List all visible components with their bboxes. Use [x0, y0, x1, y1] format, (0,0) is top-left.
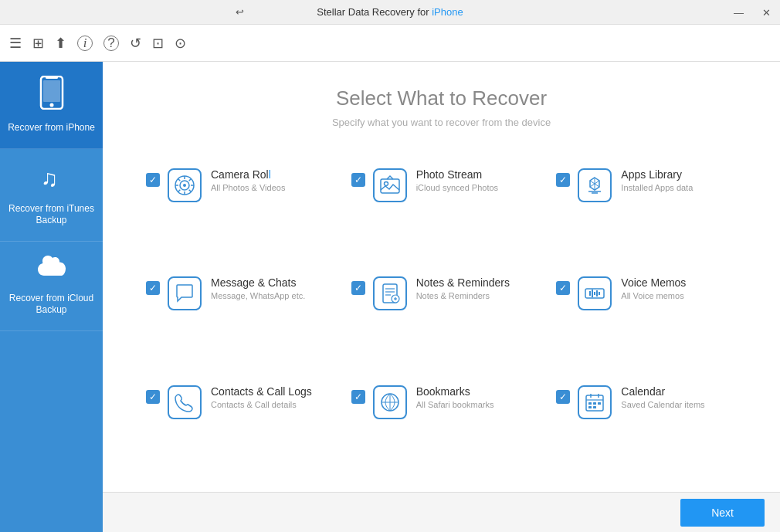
title-bar: ↩ Stellar Data Recovery for iPhone — ✕: [0, 0, 780, 25]
svg-rect-44: [593, 402, 596, 405]
footer: Next: [103, 492, 780, 532]
svg-rect-16: [381, 179, 399, 193]
option-calendar-text: Calendar Saved Calendar items: [621, 385, 704, 409]
option-message-chats-text: Message & Chats Message, WhatsApp etc.: [211, 276, 305, 300]
options-grid: Camera Roll All Photos & Videos Photo S: [103, 144, 780, 492]
refresh-icon[interactable]: ↺: [130, 35, 141, 52]
svg-line-14: [189, 179, 192, 181]
notes-reminders-icon: [373, 276, 407, 310]
option-calendar[interactable]: Calendar Saved Calendar items: [544, 368, 749, 476]
calendar-icon: [578, 385, 612, 419]
option-message-chats-title: Message & Chats: [211, 276, 305, 289]
phone-icon: [38, 76, 66, 116]
svg-line-13: [189, 190, 192, 192]
option-notes-reminders-text: Notes & Reminders Notes & Reminders: [416, 276, 510, 300]
help-icon[interactable]: ?: [103, 36, 119, 51]
sidebar-item-recover-icloud[interactable]: Recover from iCloud Backup: [0, 242, 103, 331]
option-photo-stream-title: Photo Stream: [416, 168, 498, 181]
option-bookmarks-title: Bookmarks: [416, 385, 494, 398]
option-voice-memos-subtitle: All Voice memos: [621, 291, 686, 300]
option-notes-reminders[interactable]: Notes & Reminders Notes & Reminders: [339, 259, 544, 368]
cart-icon[interactable]: ⊡: [152, 35, 164, 52]
title-bar-text: Stellar Data Recovery for iPhone: [317, 6, 463, 18]
option-calendar-subtitle: Saved Calendar items: [621, 400, 704, 409]
option-apps-library-title: Apps Library: [621, 168, 693, 181]
svg-rect-1: [46, 76, 58, 79]
svg-rect-46: [588, 406, 592, 408]
option-contacts-call-logs[interactable]: Contacts & Call Logs Contacts & Call det…: [134, 368, 339, 476]
svg-line-12: [178, 179, 181, 181]
svg-text:♫: ♫: [41, 165, 59, 191]
checkbox-notes-reminders[interactable]: [351, 281, 365, 295]
checkbox-voice-memos[interactable]: [556, 281, 570, 295]
svg-point-17: [384, 182, 388, 186]
option-calendar-title: Calendar: [621, 385, 704, 398]
sidebar-item-recover-itunes-label: Recover from iTunes Backup: [6, 203, 97, 227]
option-voice-memos-title: Voice Memos: [621, 276, 686, 289]
music-icon: ♫: [38, 163, 66, 197]
sidebar-item-recover-itunes[interactable]: ♫ Recover from iTunes Backup: [0, 149, 103, 242]
sidebar-item-recover-iphone[interactable]: Recover from iPhone: [0, 62, 103, 149]
option-photo-stream-text: Photo Stream iCloud synced Photos: [416, 168, 498, 192]
option-camera-roll-title: Camera Roll: [211, 168, 285, 181]
sidebar-item-recover-iphone-label: Recover from iPhone: [8, 122, 95, 134]
minimize-button[interactable]: —: [731, 7, 747, 19]
svg-rect-47: [593, 406, 596, 408]
page-title: Select What to Recover: [118, 86, 765, 110]
option-apps-library[interactable]: Apps Library Installed Apps data: [544, 151, 749, 259]
share-icon[interactable]: ⬆: [55, 35, 66, 52]
option-voice-memos[interactable]: Voice Memos All Voice memos: [544, 259, 749, 368]
checkbox-contacts-call-logs[interactable]: [146, 390, 160, 404]
option-bookmarks-subtitle: All Safari bookmarks: [416, 400, 494, 409]
cloud-icon: [35, 256, 69, 286]
sidebar: Recover from iPhone ♫ Recover from iTune…: [0, 62, 103, 532]
option-message-chats-subtitle: Message, WhatsApp etc.: [211, 291, 305, 300]
bookmarks-icon: [373, 385, 407, 419]
option-bookmarks[interactable]: Bookmarks All Safari bookmarks: [339, 368, 544, 476]
content-area: Select What to Recover Specify what you …: [103, 62, 780, 532]
main-layout: Recover from iPhone ♫ Recover from iTune…: [0, 62, 780, 532]
info-icon[interactable]: i: [77, 36, 93, 51]
option-notes-reminders-subtitle: Notes & Reminders: [416, 291, 510, 300]
svg-rect-43: [588, 402, 592, 405]
message-chats-icon: [168, 276, 202, 310]
option-contacts-call-logs-subtitle: Contacts & Call details: [211, 400, 312, 409]
menu-icon[interactable]: ☰: [9, 35, 22, 52]
option-voice-memos-text: Voice Memos All Voice memos: [621, 276, 686, 300]
option-camera-roll-text: Camera Roll All Photos & Videos: [211, 168, 285, 192]
checkbox-camera-roll[interactable]: [146, 173, 160, 187]
option-contacts-call-logs-title: Contacts & Call Logs: [211, 385, 312, 398]
title-highlight: iPhone: [432, 6, 463, 18]
option-camera-roll-subtitle: All Photos & Videos: [211, 183, 285, 192]
svg-point-2: [49, 103, 53, 107]
back-icon: ↩: [236, 6, 244, 18]
option-notes-reminders-title: Notes & Reminders: [416, 276, 510, 289]
option-bookmarks-text: Bookmarks All Safari bookmarks: [416, 385, 494, 409]
title-bar-controls: — ✕: [731, 0, 774, 25]
page-subtitle: Specify what you want to recover from th…: [118, 117, 765, 128]
content-header: Select What to Recover Specify what you …: [103, 62, 780, 144]
option-camera-roll[interactable]: Camera Roll All Photos & Videos: [134, 151, 339, 259]
svg-rect-45: [598, 402, 601, 405]
checkbox-photo-stream[interactable]: [351, 173, 365, 187]
bookmark-icon[interactable]: ⊞: [32, 35, 44, 52]
option-apps-library-subtitle: Installed Apps data: [621, 183, 693, 192]
checkbox-calendar[interactable]: [556, 390, 570, 404]
checkbox-bookmarks[interactable]: [351, 390, 365, 404]
svg-rect-3: [43, 80, 60, 102]
sidebar-item-recover-icloud-label: Recover from iCloud Backup: [6, 293, 97, 317]
close-button[interactable]: ✕: [759, 7, 774, 19]
option-message-chats[interactable]: Message & Chats Message, WhatsApp etc.: [134, 259, 339, 368]
checkbox-apps-library[interactable]: [556, 173, 570, 187]
option-apps-library-text: Apps Library Installed Apps data: [621, 168, 693, 192]
toolbar: ☰ ⊞ ⬆ i ? ↺ ⊡ ⊙: [0, 25, 780, 62]
camera-roll-icon: [168, 168, 202, 202]
next-button[interactable]: Next: [680, 499, 765, 527]
option-contacts-call-logs-text: Contacts & Call Logs Contacts & Call det…: [211, 385, 312, 409]
checkbox-message-chats[interactable]: [146, 281, 160, 295]
option-photo-stream[interactable]: Photo Stream iCloud synced Photos: [339, 151, 544, 259]
voice-memos-icon: [578, 276, 612, 310]
contacts-call-logs-icon: [168, 385, 202, 419]
option-photo-stream-subtitle: iCloud synced Photos: [416, 183, 498, 192]
account-icon[interactable]: ⊙: [175, 35, 186, 52]
